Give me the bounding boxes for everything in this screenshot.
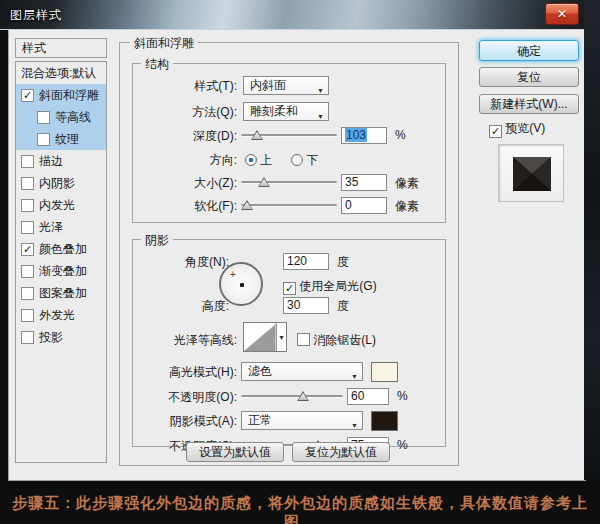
sidebar-style-item[interactable]: 描边: [16, 150, 106, 172]
sidebar-style-item[interactable]: 混合选项:默认: [16, 62, 106, 84]
angle-value: 120: [287, 254, 307, 268]
style-enabled-checkbox[interactable]: [37, 133, 50, 146]
sidebar-item-label: 投影: [39, 329, 63, 346]
direction-label: 方向:: [133, 152, 237, 169]
preview-checkbox[interactable]: ✓: [489, 125, 502, 138]
highlight-opacity-slider[interactable]: [241, 390, 343, 402]
style-enabled-checkbox[interactable]: [21, 265, 34, 278]
shading-group-title: 阴影: [141, 232, 173, 249]
sidebar-style-item[interactable]: 外发光: [16, 304, 106, 326]
dialog-title: 图层样式: [10, 7, 62, 24]
contour-divider: [275, 323, 276, 351]
tutorial-caption: 步骤五：此步骤强化外包边的质感，将外包边的质感如生铁般，具体数值请参考上图。: [0, 494, 600, 524]
highlight-opacity-input[interactable]: 60: [347, 388, 389, 405]
style-label: 样式(T):: [133, 78, 237, 95]
sidebar-item-label: 渐变叠加: [39, 263, 87, 280]
use-global-light-label: 使用全局光(G): [299, 279, 376, 293]
size-slider[interactable]: [241, 176, 337, 188]
ok-button[interactable]: 确定: [479, 40, 579, 61]
style-enabled-checkbox[interactable]: [21, 155, 34, 168]
soften-slider-track[interactable]: [241, 204, 337, 207]
shadow-color-swatch[interactable]: [371, 411, 398, 431]
style-enabled-checkbox[interactable]: [21, 221, 34, 234]
soften-slider[interactable]: [241, 199, 337, 211]
direction-down-radio[interactable]: [291, 154, 303, 166]
anti-alias-label: 消除锯齿(L): [313, 333, 376, 347]
depth-value: 103: [345, 128, 367, 142]
shadow-mode-value: 正常: [248, 413, 272, 427]
anti-alias-checkbox[interactable]: [297, 333, 310, 346]
reset-button[interactable]: 复位: [479, 67, 579, 87]
gloss-contour-label: 光泽等高线:: [133, 332, 237, 349]
chevron-down-icon: ▼: [351, 368, 358, 385]
sidebar-style-item[interactable]: ✓ 颜色叠加: [16, 238, 106, 260]
direction-up-radio[interactable]: [245, 154, 257, 166]
structure-group-title: 结构: [141, 56, 173, 73]
shadow-mode-dropdown[interactable]: 正常 ▼: [241, 411, 363, 430]
sidebar-item-label: 内阴影: [39, 175, 75, 192]
sidebar-item-label: 混合选项:默认: [21, 65, 96, 82]
style-enabled-checkbox[interactable]: [21, 199, 34, 212]
direction-down-label: 下: [306, 153, 318, 167]
style-enabled-checkbox[interactable]: [37, 111, 50, 124]
shadow-mode-label: 阴影模式(A):: [133, 413, 237, 430]
structure-group: 结构 样式(T): 内斜面 ▼ 方法(Q): 雕刻柔和 ▼: [132, 63, 446, 223]
dialog-body: 样式 混合选项:默认 ✓ 斜面和浮雕 等高线 纹理 描边 内阴影 内发光 光泽 …: [8, 30, 586, 481]
style-enabled-checkbox[interactable]: [21, 331, 34, 344]
altitude-label: 高度:: [133, 298, 229, 315]
altitude-unit: 度: [337, 298, 349, 315]
soften-input[interactable]: 0: [341, 197, 387, 214]
size-unit: 像素: [395, 175, 419, 192]
angle-input[interactable]: 120: [283, 253, 329, 270]
sidebar-item-label: 等高线: [55, 109, 91, 126]
sidebar-item-label: 光泽: [39, 219, 63, 236]
sidebar-style-item[interactable]: 图案叠加: [16, 282, 106, 304]
technique-dropdown[interactable]: 雕刻柔和 ▼: [243, 102, 329, 121]
size-slider-track[interactable]: [241, 181, 337, 184]
style-enabled-checkbox[interactable]: [21, 177, 34, 190]
bevel-emboss-group: 斜面和浮雕 结构 样式(T): 内斜面 ▼ 方法(Q): 雕刻: [119, 42, 459, 466]
highlight-color-swatch[interactable]: [371, 362, 398, 382]
sidebar-style-item[interactable]: 渐变叠加: [16, 260, 106, 282]
depth-input[interactable]: 103: [341, 127, 387, 144]
style-enabled-checkbox[interactable]: [21, 287, 34, 300]
style-enabled-checkbox[interactable]: ✓: [21, 243, 34, 256]
direction-up-label: 上: [260, 153, 272, 167]
reset-default-button[interactable]: 复位为默认值: [292, 442, 390, 462]
gloss-contour-picker[interactable]: ▼: [243, 322, 287, 352]
chevron-down-icon: ▼: [278, 334, 285, 341]
sidebar-style-item[interactable]: 纹理: [16, 128, 106, 150]
highlight-opacity-track[interactable]: [241, 395, 343, 398]
style-enabled-checkbox[interactable]: [21, 309, 34, 322]
style-enabled-checkbox[interactable]: ✓: [21, 89, 34, 102]
styles-panel-header: 样式: [15, 38, 107, 58]
depth-slider[interactable]: [241, 129, 337, 141]
soften-value: 0: [345, 198, 352, 212]
close-button[interactable]: ✕: [545, 3, 579, 25]
sidebar-style-item[interactable]: 内阴影: [16, 172, 106, 194]
use-global-light-checkbox[interactable]: ✓: [283, 282, 296, 295]
shadow-opacity-unit: %: [397, 438, 408, 452]
size-input[interactable]: 35: [341, 174, 387, 191]
title-bar[interactable]: 图层样式 ✕: [0, 0, 594, 30]
sidebar-item-label: 纹理: [55, 131, 79, 148]
bevel-style-dropdown[interactable]: 内斜面 ▼: [243, 76, 329, 95]
depth-unit: %: [395, 128, 406, 142]
sidebar-item-label: 斜面和浮雕: [39, 87, 99, 104]
angle-unit: 度: [337, 254, 349, 271]
altitude-input[interactable]: 30: [283, 297, 329, 314]
new-style-button[interactable]: 新建样式(W)...: [479, 94, 579, 114]
chevron-down-icon: ▼: [317, 108, 324, 125]
sidebar-style-item[interactable]: 投影: [16, 326, 106, 348]
shading-group: 阴影 角度(N): 120 度 + ✓: [132, 239, 446, 447]
sidebar-style-item[interactable]: 内发光: [16, 194, 106, 216]
make-default-button[interactable]: 设置为默认值: [186, 442, 284, 462]
sidebar-item-label: 外发光: [39, 307, 75, 324]
sidebar-style-item[interactable]: ✓ 斜面和浮雕: [16, 84, 106, 106]
sidebar-style-item[interactable]: 光泽: [16, 216, 106, 238]
technique-label: 方法(Q):: [133, 104, 237, 121]
page-background: 图层样式 ✕ 样式 混合选项:默认 ✓ 斜面和浮雕 等高线 纹理 描边 内阴影: [0, 0, 600, 524]
bevel-emboss-group-title: 斜面和浮雕: [130, 35, 198, 52]
sidebar-style-item[interactable]: 等高线: [16, 106, 106, 128]
highlight-mode-dropdown[interactable]: 滤色 ▼: [241, 362, 363, 381]
